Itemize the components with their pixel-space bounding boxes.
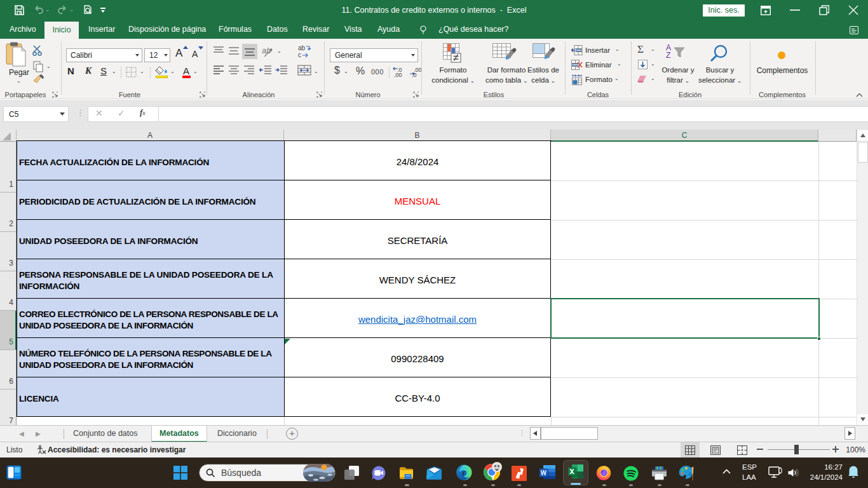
svg-text:ab: ab xyxy=(262,46,271,55)
svg-text:ab: ab xyxy=(298,44,306,51)
svg-text:c: c xyxy=(298,51,301,58)
svg-text:,0: ,0 xyxy=(412,72,417,78)
svg-text:,00: ,00 xyxy=(394,72,402,78)
